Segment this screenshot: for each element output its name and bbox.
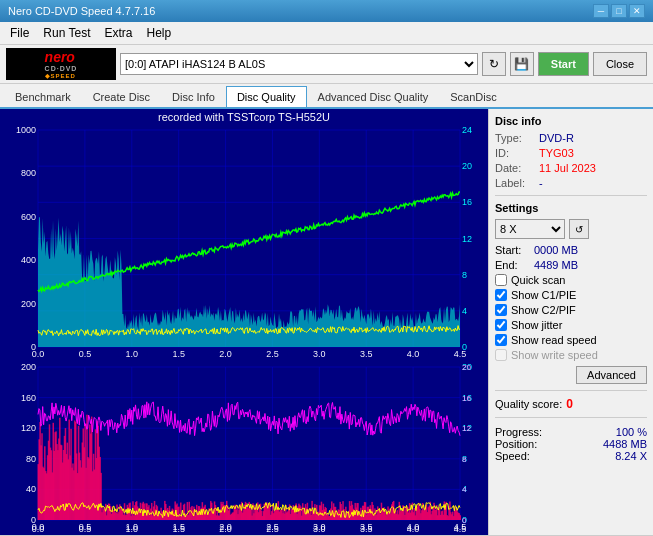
tab-benchmark[interactable]: Benchmark <box>4 86 82 107</box>
show-c2-pif-label: Show C2/PIF <box>511 304 576 316</box>
close-button[interactable]: ✕ <box>629 4 645 18</box>
speed-icon[interactable]: ↺ <box>569 219 589 239</box>
quick-scan-row: Quick scan <box>495 274 647 286</box>
show-c1-pie-checkbox[interactable] <box>495 289 507 301</box>
menu-file[interactable]: File <box>4 24 35 42</box>
show-c2-pif-row: Show C2/PIF <box>495 304 647 316</box>
show-c1-pie-row: Show C1/PIE <box>495 289 647 301</box>
tab-disc-info[interactable]: Disc Info <box>161 86 226 107</box>
close-button-toolbar[interactable]: Close <box>593 52 647 76</box>
show-write-speed-label: Show write speed <box>511 349 598 361</box>
speed-row-progress: Speed: 8.24 X <box>495 450 647 462</box>
menu-bar: File Run Test Extra Help <box>0 22 653 45</box>
app-title: Nero CD-DVD Speed 4.7.7.16 <box>8 5 155 17</box>
end-mb-row: End: 4489 MB <box>495 259 647 271</box>
end-mb-label: End: <box>495 259 530 271</box>
progress-row: Progress: 100 % <box>495 426 647 438</box>
disc-date-row: Date: 11 Jul 2023 <box>495 162 647 174</box>
chart-title: recorded with TSSTcorp TS-H552U <box>0 109 488 125</box>
chart-container <box>0 125 488 535</box>
position-label: Position: <box>495 438 537 450</box>
speed-value: 8.24 X <box>615 450 647 462</box>
tab-create-disc[interactable]: Create Disc <box>82 86 161 107</box>
show-read-speed-label: Show read speed <box>511 334 597 346</box>
start-mb-value: 0000 MB <box>534 244 578 256</box>
speed-selector[interactable]: 8 X <box>495 219 565 239</box>
quality-label: Quality score: <box>495 398 562 410</box>
window-controls: ─ □ ✕ <box>593 4 645 18</box>
position-row: Position: 4488 MB <box>495 438 647 450</box>
date-label: Date: <box>495 162 535 174</box>
main-content: recorded with TSSTcorp TS-H552U Disc inf… <box>0 109 653 535</box>
speed-label: Speed: <box>495 450 530 462</box>
progress-section: Progress: 100 % Position: 4488 MB Speed:… <box>495 426 647 462</box>
start-mb-row: Start: 0000 MB <box>495 244 647 256</box>
label-value: - <box>539 177 543 189</box>
save-icon[interactable]: 💾 <box>510 52 534 76</box>
id-label: ID: <box>495 147 535 159</box>
show-write-speed-row: Show write speed <box>495 349 647 361</box>
tab-disc-quality[interactable]: Disc Quality <box>226 86 307 107</box>
menu-extra[interactable]: Extra <box>98 24 138 42</box>
date-value: 11 Jul 2023 <box>539 162 596 174</box>
end-mb-value: 4489 MB <box>534 259 578 271</box>
show-jitter-label: Show jitter <box>511 319 562 331</box>
toolbar: nero CD·DVD ◆SPEED [0:0] ATAPI iHAS124 B… <box>0 45 653 84</box>
start-button[interactable]: Start <box>538 52 589 76</box>
title-bar: Nero CD-DVD Speed 4.7.7.16 ─ □ ✕ <box>0 0 653 22</box>
show-c1-pie-label: Show C1/PIE <box>511 289 576 301</box>
logo: nero CD·DVD ◆SPEED <box>6 48 116 80</box>
show-jitter-checkbox[interactable] <box>495 319 507 331</box>
settings-title: Settings <box>495 202 647 214</box>
progress-value: 100 % <box>616 426 647 438</box>
show-c2-pif-checkbox[interactable] <box>495 304 507 316</box>
refresh-icon[interactable]: ↻ <box>482 52 506 76</box>
disc-info-title: Disc info <box>495 115 647 127</box>
menu-help[interactable]: Help <box>141 24 178 42</box>
speed-row: 8 X ↺ <box>495 219 647 239</box>
quality-row: Quality score: 0 <box>495 397 647 411</box>
disc-label-row: Label: - <box>495 177 647 189</box>
type-value: DVD-R <box>539 132 574 144</box>
menu-run-test[interactable]: Run Test <box>37 24 96 42</box>
type-label: Type: <box>495 132 535 144</box>
minimize-button[interactable]: ─ <box>593 4 609 18</box>
maximize-button[interactable]: □ <box>611 4 627 18</box>
start-mb-label: Start: <box>495 244 530 256</box>
id-value: TYG03 <box>539 147 574 159</box>
quality-score: 0 <box>566 397 573 411</box>
show-read-speed-checkbox[interactable] <box>495 334 507 346</box>
disc-id-row: ID: TYG03 <box>495 147 647 159</box>
advanced-button[interactable]: Advanced <box>576 366 647 384</box>
show-jitter-row: Show jitter <box>495 319 647 331</box>
quick-scan-checkbox[interactable] <box>495 274 507 286</box>
tab-bar: Benchmark Create Disc Disc Info Disc Qua… <box>0 84 653 109</box>
disc-type-row: Type: DVD-R <box>495 132 647 144</box>
progress-label: Progress: <box>495 426 542 438</box>
tab-scan-disc[interactable]: ScanDisc <box>439 86 507 107</box>
quick-scan-label: Quick scan <box>511 274 565 286</box>
right-panel: Disc info Type: DVD-R ID: TYG03 Date: 11… <box>488 109 653 535</box>
show-read-speed-row: Show read speed <box>495 334 647 346</box>
label-label: Label: <box>495 177 535 189</box>
chart-area: recorded with TSSTcorp TS-H552U <box>0 109 488 535</box>
drive-selector[interactable]: [0:0] ATAPI iHAS124 B AL0S <box>120 53 478 75</box>
tab-advanced-disc-quality[interactable]: Advanced Disc Quality <box>307 86 440 107</box>
position-value: 4488 MB <box>603 438 647 450</box>
show-write-speed-checkbox[interactable] <box>495 349 507 361</box>
